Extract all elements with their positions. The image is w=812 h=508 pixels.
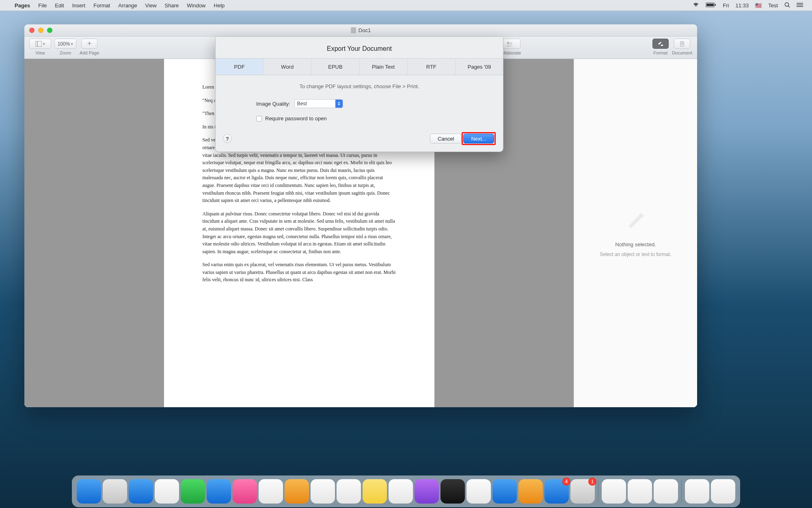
add-page-button[interactable]: +: [81, 39, 97, 49]
menu-edit[interactable]: Edit: [51, 2, 68, 9]
menu-help[interactable]: Help: [210, 2, 229, 9]
doc-paragraph[interactable]: Aliquam at pulvinar risus. Donec consect…: [203, 210, 396, 256]
window-title: Doc1: [358, 27, 371, 33]
menubar: Pages File Edit Insert Format Arrange Vi…: [0, 0, 812, 11]
dock-maps[interactable]: [233, 479, 257, 504]
inspector-panel: Nothing selected. Select an object or te…: [574, 59, 697, 407]
dock-photos[interactable]: [259, 479, 283, 504]
document-icon: [351, 27, 356, 33]
format-button[interactable]: [652, 39, 669, 49]
menu-view[interactable]: View: [141, 2, 161, 9]
menu-file[interactable]: File: [34, 2, 51, 9]
next-button[interactable]: Next...: [463, 134, 494, 143]
svg-point-24: [510, 42, 512, 44]
tab-pdf[interactable]: PDF: [216, 59, 263, 75]
help-button[interactable]: ?: [223, 134, 232, 143]
menubar-user[interactable]: Test: [765, 2, 781, 9]
svg-rect-2: [706, 4, 714, 6]
dock-calendar[interactable]: [311, 479, 335, 504]
dock-doc2[interactable]: [654, 479, 678, 504]
tool-zoom: 100% ▾ Zoom: [54, 39, 76, 55]
dock-launchpad[interactable]: [103, 479, 127, 504]
svg-point-23: [507, 42, 510, 44]
brush-icon: [624, 209, 647, 232]
spotlight-icon[interactable]: [781, 2, 793, 9]
badge: 4: [562, 478, 570, 486]
tool-view: ▾ View: [29, 39, 51, 55]
dock-keynote[interactable]: [492, 479, 517, 504]
password-label: Require password to open: [265, 115, 327, 122]
app-window: Doc1 ▾ View 100% ▾ Zoom + Add Page ¶▾Ins…: [24, 24, 697, 407]
svg-point-3: [785, 2, 789, 6]
highlight-annotation: Next...: [462, 132, 496, 145]
svg-line-4: [788, 6, 790, 7]
dock-folder[interactable]: [685, 479, 709, 504]
badge: 1: [588, 478, 596, 486]
dock-notes[interactable]: [363, 479, 387, 504]
menu-window[interactable]: Window: [183, 2, 209, 9]
doc-paragraph[interactable]: Sed varius enim quis ex placerat, vel ve…: [203, 261, 396, 284]
sheet-tabs: PDF Word EPUB Plain Text RTF Pages '09: [216, 58, 503, 75]
dock-books[interactable]: [285, 479, 309, 504]
menu-format[interactable]: Format: [89, 2, 114, 9]
svg-rect-25: [661, 45, 663, 46]
dock-separator: [598, 481, 598, 502]
dock-music[interactable]: [389, 479, 413, 504]
titlebar[interactable]: Doc1: [24, 24, 697, 37]
sheet-body: To change PDF layout settings, choose Fi…: [216, 75, 503, 123]
dock-trash[interactable]: [711, 479, 735, 504]
control-center-icon[interactable]: [793, 2, 806, 9]
menubar-day[interactable]: Fri: [719, 2, 732, 9]
dock-mail[interactable]: [155, 479, 179, 504]
dock-appstore[interactable]: 4: [544, 479, 569, 504]
menu-share[interactable]: Share: [161, 2, 183, 9]
dock-chrome[interactable]: [602, 479, 626, 504]
dock-numbers[interactable]: [466, 479, 491, 504]
menu-insert[interactable]: Insert: [68, 2, 90, 9]
dock-messages[interactable]: [181, 479, 205, 504]
dock-finder[interactable]: [77, 479, 101, 504]
dock-pages[interactable]: [518, 479, 543, 504]
inspector-subtitle: Select an object or text to format.: [600, 252, 671, 257]
tab-rtf[interactable]: RTF: [408, 59, 456, 75]
document-button[interactable]: [674, 39, 690, 49]
dock: 4 1: [72, 475, 740, 507]
menu-app[interactable]: Pages: [11, 2, 34, 9]
window-zoom-button[interactable]: [47, 28, 52, 33]
image-quality-select[interactable]: Best: [294, 99, 343, 108]
svg-rect-26: [680, 41, 684, 46]
select-arrows-icon: [335, 100, 343, 108]
dock-contacts[interactable]: [207, 479, 231, 504]
sheet-help-text: To change PDF layout settings, choose Fi…: [232, 83, 487, 89]
menubar-time[interactable]: 11:33: [732, 2, 752, 9]
dock-tv[interactable]: [441, 479, 465, 504]
sheet-title: Export Your Document: [216, 37, 503, 58]
dock-safari[interactable]: [129, 479, 153, 504]
dock-podcasts[interactable]: [415, 479, 439, 504]
password-checkbox[interactable]: [256, 116, 262, 122]
cancel-button[interactable]: Cancel: [430, 134, 462, 143]
dock-doc1[interactable]: [628, 479, 652, 504]
window-close-button[interactable]: [29, 28, 35, 33]
tab-word[interactable]: Word: [263, 59, 311, 75]
tab-epub[interactable]: EPUB: [311, 59, 359, 75]
dock-sysprefs[interactable]: 1: [570, 479, 595, 504]
tab-pages09[interactable]: Pages '09: [456, 59, 503, 75]
tool-add-page: + Add Page: [80, 39, 99, 55]
dock-separator: [681, 481, 682, 502]
dock-reminders[interactable]: [337, 479, 361, 504]
view-button[interactable]: ▾: [29, 39, 51, 49]
flag-icon[interactable]: 🇺🇸: [752, 2, 765, 9]
window-minimize-button[interactable]: [38, 28, 43, 33]
sheet-footer: ? Cancel Next...: [216, 123, 503, 145]
svg-rect-1: [715, 4, 716, 6]
tab-plaintext[interactable]: Plain Text: [360, 59, 408, 75]
svg-rect-8: [35, 41, 42, 47]
battery-icon[interactable]: [702, 2, 719, 9]
window-controls: [29, 28, 52, 33]
wifi-icon[interactable]: [689, 2, 702, 9]
menu-arrange[interactable]: Arrange: [114, 2, 141, 9]
export-sheet: Export Your Document PDF Word EPUB Plain…: [215, 37, 503, 152]
zoom-select[interactable]: 100% ▾: [54, 39, 76, 49]
image-quality-label: Image Quality:: [256, 101, 290, 107]
